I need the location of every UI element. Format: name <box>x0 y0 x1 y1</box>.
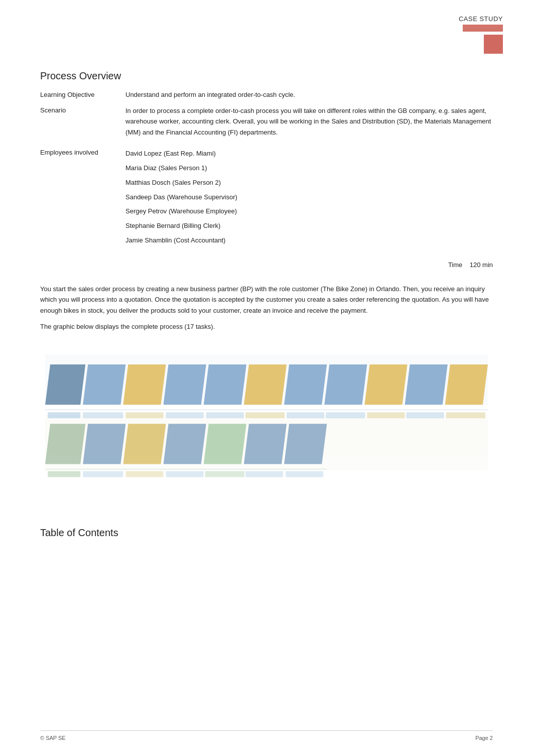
time-value: 120 min <box>470 261 493 269</box>
learning-objective-label: Learning Objective <box>40 90 125 100</box>
learning-objective-value: Understand and perform an integrated ord… <box>125 90 493 100</box>
scenario-label: Scenario <box>40 105 125 144</box>
employee-item: Jamie Shamblin (Cost Accountant) <box>125 235 237 246</box>
svg-rect-42 <box>40 339 493 511</box>
employee-item: Sergey Petrov (Warehouse Employee) <box>125 206 237 217</box>
footer-page: Page 2 <box>475 735 493 741</box>
employee-item: Stephanie Bernard (Billing Clerk) <box>125 221 237 231</box>
scenario-text: In order to process a complete order-to-… <box>125 105 493 138</box>
case-study-label: CASE STUDY <box>459 15 503 23</box>
main-content: Process Overview Learning Objective Unde… <box>40 70 493 539</box>
header-accent-bar <box>463 25 503 32</box>
header: CASE STUDY <box>459 15 503 54</box>
process-diagram <box>40 339 493 512</box>
time-label: Time <box>448 261 462 269</box>
employees-label: Employees involved <box>40 149 125 246</box>
scenario-row: Scenario In order to process a complete … <box>40 105 493 144</box>
employee-item: David Lopez (East Rep. Miami) <box>125 149 237 159</box>
header-accent-square <box>484 35 503 54</box>
page: CASE STUDY Process Overview Learning Obj… <box>0 0 533 756</box>
employees-section: Employees involved David Lopez (East Rep… <box>40 149 493 246</box>
graphic-caption: The graphic below displays the complete … <box>40 323 493 330</box>
footer: © SAP SE Page 2 <box>40 730 493 741</box>
employee-item: Matthias Dosch (Sales Person 2) <box>125 178 237 188</box>
footer-copyright: © SAP SE <box>40 735 66 741</box>
diagram-svg <box>40 339 493 511</box>
section-title: Process Overview <box>40 70 493 82</box>
toc-title: Table of Contents <box>40 527 493 539</box>
learning-objective-row: Learning Objective Understand and perfor… <box>40 90 493 100</box>
employees-list: David Lopez (East Rep. Miami)Maria Diaz … <box>125 149 237 246</box>
description-paragraph1: You start the sales order process by cre… <box>40 284 493 316</box>
employee-item: Maria Diaz (Sales Person 1) <box>125 163 237 174</box>
time-row: Time 120 min <box>40 261 493 269</box>
employee-item: Sandeep Das (Warehouse Supervisor) <box>125 192 237 203</box>
